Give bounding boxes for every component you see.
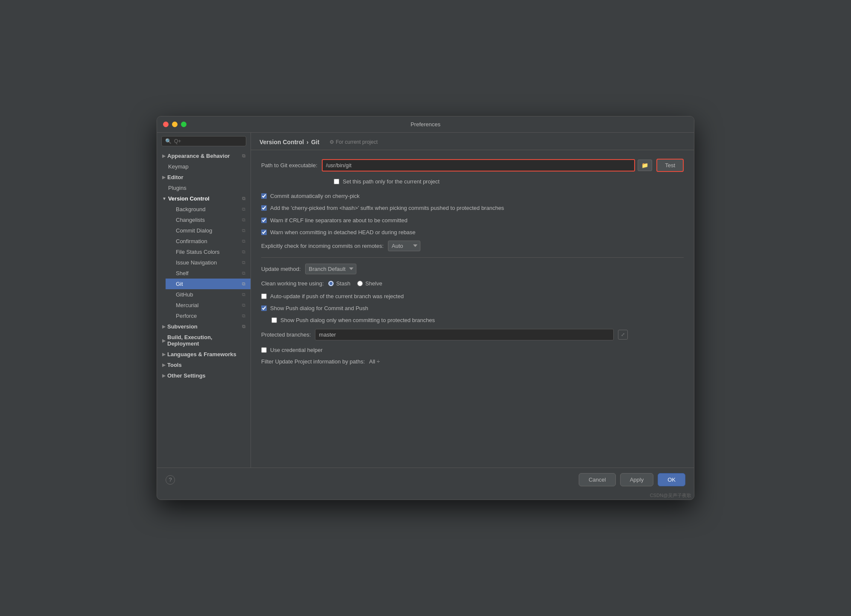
warn-crlf-label[interactable]: Warn if CRLF line separators are about t…: [270, 217, 408, 224]
copy-icon: ⧉: [242, 249, 245, 255]
sidebar-item-build-execution[interactable]: ▶ Build, Execution, Deployment: [157, 332, 251, 349]
shelve-radio[interactable]: [357, 281, 363, 286]
sidebar-item-plugins[interactable]: Plugins: [157, 183, 251, 193]
minimize-button[interactable]: [172, 122, 178, 127]
sidebar-item-changelists[interactable]: Changelists ⧉: [166, 215, 251, 225]
sidebar-sub-version-control: Background ⧉ Changelists ⧉ Commit Dialog…: [157, 204, 251, 321]
show-push-protected-checkbox[interactable]: [271, 317, 277, 323]
radio-stash[interactable]: Stash: [328, 280, 350, 287]
show-push-dialog-checkbox[interactable]: [261, 305, 267, 311]
sidebar-item-confirmation[interactable]: Confirmation ⧉: [166, 236, 251, 247]
sidebar-item-commit-dialog[interactable]: Commit Dialog ⧉: [166, 225, 251, 236]
arrow-icon: ▶: [162, 373, 166, 378]
auto-update-rejected-checkbox[interactable]: [261, 293, 267, 299]
sidebar-item-languages-frameworks[interactable]: ▶ Languages & Frameworks: [157, 349, 251, 360]
set-path-only-checkbox[interactable]: [334, 179, 339, 184]
sidebar-item-background[interactable]: Background ⧉: [166, 204, 251, 215]
sidebar-item-mercurial[interactable]: Mercurial ⧉: [166, 300, 251, 311]
sidebar-item-subversion[interactable]: ▶ Subversion ⧉: [157, 321, 251, 332]
titlebar: Preferences: [157, 116, 694, 133]
path-input-group: 📁: [322, 159, 653, 171]
update-method-row: Update method: Branch Default Rebase Mer…: [261, 264, 684, 274]
protected-branches-label: Protected branches:: [261, 331, 311, 338]
stash-label[interactable]: Stash: [336, 280, 350, 287]
warn-detached-checkbox[interactable]: [261, 230, 267, 235]
sidebar-item-appearance[interactable]: ▶ Appearance & Behavior ⧉: [157, 151, 251, 161]
show-push-protected-row: Show Push dialog only when committing to…: [271, 317, 684, 324]
commit-cherry-pick-label[interactable]: Commit automatically on cherry-pick: [270, 192, 360, 200]
commit-cherry-pick-checkbox[interactable]: [261, 193, 267, 199]
sidebar: 🔍 ▶ Appearance & Behavior ⧉ Keymap ▶ Edi…: [157, 133, 251, 468]
update-method-select[interactable]: Branch Default Rebase Merge: [305, 264, 356, 274]
window-title: Preferences: [411, 121, 440, 128]
update-method-label: Update method:: [261, 266, 301, 272]
divider-1: [261, 257, 684, 258]
warn-detached-row: Warn when committing in detached HEAD or…: [261, 229, 684, 236]
warn-crlf-row: Warn if CRLF line separators are about t…: [261, 217, 684, 224]
set-path-row: Set this path only for the current proje…: [334, 178, 684, 186]
search-input[interactable]: [174, 138, 242, 144]
expand-button[interactable]: ⤢: [618, 330, 628, 340]
copy-icon: ⧉: [242, 228, 245, 233]
help-button[interactable]: ?: [166, 475, 175, 485]
window-controls: [163, 122, 187, 127]
credential-helper-row: Use credential helper: [261, 346, 684, 354]
show-push-dialog-label[interactable]: Show Push dialog for Commit and Push: [270, 305, 368, 312]
auto-update-rejected-label[interactable]: Auto-update if push of the current branc…: [270, 293, 404, 300]
sidebar-item-shelf[interactable]: Shelf ⧉: [166, 268, 251, 279]
sidebar-item-perforce[interactable]: Perforce ⧉: [166, 311, 251, 321]
maximize-button[interactable]: [181, 122, 187, 127]
copy-icon: ⧉: [242, 313, 245, 319]
test-button[interactable]: Test: [656, 159, 684, 172]
cherry-pick-suffix-checkbox[interactable]: [261, 205, 267, 211]
cherry-pick-suffix-row: Add the 'cherry-picked from <hash>' suff…: [261, 204, 684, 212]
copy-icon: ⧉: [242, 270, 245, 276]
preferences-window: Preferences 🔍 ▶ Appearance & Behavior ⧉ …: [157, 116, 694, 500]
copy-icon: ⧉: [242, 217, 245, 223]
set-path-only-label[interactable]: Set this path only for the current proje…: [343, 178, 440, 186]
credential-helper-checkbox[interactable]: [261, 347, 267, 353]
path-input[interactable]: [322, 159, 635, 171]
copy-icon: ⧉: [242, 302, 245, 308]
protected-branches-input[interactable]: [315, 329, 614, 340]
sidebar-item-version-control[interactable]: ▼ Version Control ⧉: [157, 193, 251, 204]
warn-detached-label[interactable]: Warn when committing in detached HEAD or…: [270, 229, 416, 236]
stash-radio[interactable]: [328, 281, 334, 286]
sidebar-item-editor[interactable]: ▶ Editor: [157, 172, 251, 183]
sidebar-item-tools[interactable]: ▶ Tools: [157, 360, 251, 370]
copy-icon: ⧉: [242, 206, 245, 212]
cancel-button[interactable]: Cancel: [579, 473, 615, 486]
breadcrumb-separator: ›: [306, 139, 309, 145]
breadcrumb-child: Git: [311, 139, 319, 145]
sidebar-item-github[interactable]: GitHub ⧉: [166, 289, 251, 300]
apply-button[interactable]: Apply: [620, 473, 654, 486]
sidebar-item-keymap[interactable]: Keymap: [157, 161, 251, 172]
search-box[interactable]: 🔍: [161, 136, 246, 146]
protected-branches-row: Protected branches: ⤢: [261, 329, 684, 340]
copy-icon: ⧉: [242, 153, 245, 159]
arrow-icon: ▶: [162, 154, 166, 158]
ok-button[interactable]: OK: [658, 473, 685, 486]
content-header: Version Control › Git ⚙ For current proj…: [251, 133, 694, 150]
arrow-icon: ▶: [162, 324, 166, 329]
sidebar-item-issue-navigation[interactable]: Issue Navigation ⧉: [166, 257, 251, 268]
credential-helper-label[interactable]: Use credential helper: [270, 346, 323, 354]
warn-crlf-checkbox[interactable]: [261, 218, 267, 223]
radio-shelve[interactable]: Shelve: [357, 280, 382, 287]
content-body: Path to Git executable: 📁 Test Set this …: [251, 150, 694, 468]
folder-button[interactable]: 📁: [638, 160, 652, 171]
show-push-protected-label[interactable]: Show Push dialog only when committing to…: [280, 317, 435, 324]
cherry-pick-suffix-label[interactable]: Add the 'cherry-picked from <hash>' suff…: [270, 204, 504, 212]
footer-right: Cancel Apply OK: [579, 473, 685, 486]
show-push-dialog-row: Show Push dialog for Commit and Push: [261, 305, 684, 312]
close-button[interactable]: [163, 122, 169, 127]
copy-icon: ⧉: [242, 238, 245, 244]
sidebar-item-file-status-colors[interactable]: File Status Colors ⧉: [166, 247, 251, 257]
shelve-label[interactable]: Shelve: [365, 280, 382, 287]
clean-tree-row: Clean working tree using: Stash Shelve: [261, 280, 684, 287]
incoming-commits-row: Explicitly check for incoming commits on…: [261, 241, 684, 251]
incoming-commits-select[interactable]: Auto Always Never: [388, 241, 420, 251]
sidebar-item-other-settings[interactable]: ▶ Other Settings: [157, 370, 251, 381]
sidebar-item-git[interactable]: Git ⧉: [166, 279, 251, 289]
path-label: Path to Git executable:: [261, 162, 318, 169]
